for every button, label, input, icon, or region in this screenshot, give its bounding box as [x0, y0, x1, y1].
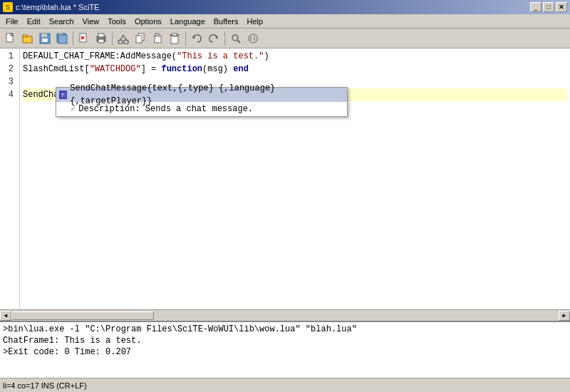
menu-edit[interactable]: Edit	[23, 14, 45, 29]
menu-file[interactable]: File	[1, 14, 23, 29]
output-line-1: >bin\lua.exe -l "C:\Program Files\SciTE-…	[3, 324, 567, 335]
menu-view[interactable]: View	[78, 14, 104, 29]
status-text: li=4 co=17 INS (CR+LF)	[3, 381, 87, 390]
redo-button[interactable]	[206, 31, 222, 46]
svg-line-19	[123, 35, 126, 40]
app-icon: S	[3, 2, 13, 12]
line-num-3: 3	[3, 76, 14, 88]
status-bar: li=4 co=17 INS (CR+LF)	[0, 378, 570, 392]
open-button[interactable]	[20, 31, 36, 46]
code-editor[interactable]: DEFAULT_CHAT_FRAME:AddMessage("This is a…	[20, 48, 570, 309]
menu-help[interactable]: Help	[242, 14, 267, 29]
line-num-2: 2	[3, 63, 14, 76]
line-num-4: 4	[3, 88, 14, 101]
menu-buffers[interactable]: Buffers	[209, 14, 243, 29]
new-button[interactable]	[3, 31, 19, 46]
svg-rect-26	[172, 33, 177, 36]
svg-rect-4	[41, 33, 47, 37]
scroll-right-button[interactable]: ▶	[559, 311, 570, 321]
close-button[interactable]: ✕	[556, 2, 567, 12]
sep3	[185, 31, 186, 46]
close-file-button[interactable]	[76, 31, 92, 46]
code-line-1: DEFAULT_CHAT_FRAME:AddMessage("This is a…	[23, 50, 567, 63]
autocomplete-icon: f	[59, 91, 67, 99]
autocomplete-desc-text: Description: Sends a chat message.	[78, 103, 253, 115]
undo-button[interactable]	[189, 31, 204, 46]
menu-bar: File Edit Search View Tools Options Lang…	[0, 14, 570, 29]
output-line-2: ChatFrame1: This is a test.	[3, 335, 567, 346]
svg-point-16	[118, 40, 123, 44]
svg-text:f: f	[61, 93, 64, 98]
save-button[interactable]	[37, 31, 53, 46]
check-icon: ✓	[71, 103, 76, 115]
find-button[interactable]	[228, 31, 244, 46]
menu-language[interactable]: Language	[166, 14, 209, 29]
title-bar: S c:\temp\blah.lua * SciTE _ □ ✕	[0, 0, 570, 14]
svg-rect-5	[42, 38, 48, 42]
output-panel: >bin\lua.exe -l "C:\Program Files\SciTE-…	[0, 321, 570, 378]
svg-rect-23	[155, 33, 159, 36]
menu-tools[interactable]: Tools	[103, 14, 130, 29]
cut-button[interactable]	[115, 31, 131, 46]
svg-rect-14	[98, 33, 104, 37]
output-line-3: >Exit code: 0 Time: 0.207	[3, 346, 567, 358]
paste-button[interactable]	[150, 31, 165, 46]
run-button[interactable]	[245, 31, 261, 46]
svg-point-31	[249, 34, 257, 43]
svg-rect-15	[98, 39, 104, 43]
svg-rect-2	[23, 35, 27, 37]
save-all-button[interactable]	[54, 31, 70, 46]
line-numbers: 1 2 3 4	[0, 48, 20, 309]
sep2	[112, 31, 113, 46]
line-num-1: 1	[3, 50, 14, 63]
delete-button[interactable]	[167, 31, 182, 46]
scrollbar-thumb[interactable]	[11, 311, 154, 320]
scrollbar-track[interactable]	[11, 311, 559, 321]
svg-point-17	[124, 40, 128, 44]
editor-container: 1 2 3 4 DEFAULT_CHAT_FRAME:AddMessage("T…	[0, 48, 570, 378]
sep1	[73, 31, 73, 46]
menu-options[interactable]: Options	[130, 14, 166, 29]
copy-button[interactable]	[133, 31, 148, 46]
title-bar-title-group: S c:\temp\blah.lua * SciTE	[3, 2, 99, 12]
autocomplete-item[interactable]: f SendChatMessage{text,{,type} {,languag…	[56, 88, 347, 102]
svg-line-30	[237, 40, 240, 43]
svg-rect-9	[58, 35, 67, 43]
svg-rect-24	[171, 36, 178, 43]
horizontal-scrollbar[interactable]: ◀ ▶	[0, 309, 570, 321]
window-title: c:\temp\blah.lua * SciTE	[16, 3, 99, 11]
minimize-button[interactable]: _	[530, 2, 542, 12]
svg-point-29	[232, 35, 238, 41]
print-button[interactable]	[93, 31, 109, 46]
toolbar	[0, 29, 570, 48]
sep4	[224, 31, 225, 46]
autocomplete-popup[interactable]: f SendChatMessage{text,{,type} {,languag…	[56, 87, 348, 117]
scroll-left-button[interactable]: ◀	[0, 311, 11, 321]
maximize-button[interactable]: □	[543, 2, 554, 12]
code-line-2: SlashCmdList["WATCHDOG"] = function(msg)…	[23, 63, 567, 76]
menu-search[interactable]: Search	[45, 14, 78, 29]
svg-line-18	[120, 35, 123, 40]
svg-rect-21	[136, 36, 142, 43]
title-bar-controls: _ □ ✕	[530, 2, 567, 12]
editor-main[interactable]: 1 2 3 4 DEFAULT_CHAT_FRAME:AddMessage("T…	[0, 48, 570, 309]
